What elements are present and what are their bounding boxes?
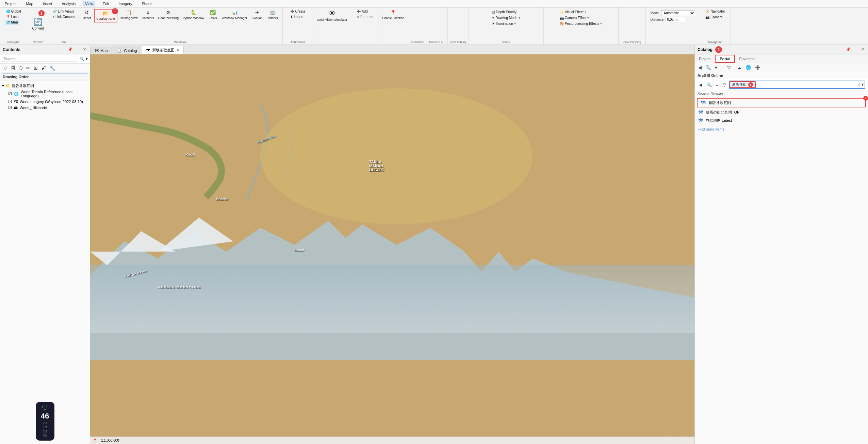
result-item-3[interactable]: 🗺 谷歌地图 Latest — [695, 116, 868, 124]
catalog-filter-icon[interactable]: ▽ — [726, 64, 732, 71]
ribbon-btn-camera[interactable]: 📷 Camera — [704, 15, 724, 20]
layer-filter-icon[interactable]: ▽ — [2, 65, 9, 71]
polygon-icon[interactable]: ⬡ — [17, 65, 24, 71]
ribbon-group-navigator: 🧭 Navigator 📷 Camera Navigation — [700, 7, 731, 45]
checkbox-1[interactable]: ☑ — [8, 91, 12, 96]
find-more-link[interactable]: Find more items... — [695, 124, 868, 134]
map-tab-xin[interactable]: 🗺 新版谷歌底图 ✕ — [142, 46, 184, 54]
result-item-2[interactable]: 🗺 映画の街北九州TOP — [695, 108, 868, 116]
catalog-tab-project[interactable]: Project — [695, 55, 715, 62]
close-contents-btn[interactable]: ✕ — [82, 47, 87, 52]
menu-project[interactable]: Project — [3, 1, 18, 6]
layer-item-1[interactable]: ☑ 🌐 World Terrain Reference (Local Langu… — [2, 89, 88, 99]
search-tag[interactable]: 新版谷歌 3 — [730, 81, 756, 88]
ribbon-btn-map[interactable]: 🗺️ Map — [5, 20, 19, 25]
ribbon-btn-catalog-view[interactable]: 📋 Catalog View — [118, 9, 140, 21]
menu-share[interactable]: Share — [140, 1, 154, 6]
layer-item-3[interactable]: ☑ 🏔 World_Hillshade — [2, 105, 88, 111]
map-tab-catalog[interactable]: 📋 Catalog — [113, 47, 141, 54]
pin-btn[interactable]: 📌 — [67, 47, 73, 52]
catalog-list-icon[interactable]: ≡ — [713, 64, 719, 71]
menu-analysis[interactable]: Analysis — [60, 1, 78, 6]
ribbon-btn-catalog-pane[interactable]: 📂 Catalog Pane 1 — [94, 9, 117, 22]
ribbon-btn-contents[interactable]: ≡ Contents — [140, 9, 156, 21]
catalog-back-btn[interactable]: ◀ — [697, 64, 703, 71]
grid-icon[interactable]: ⊞ — [32, 65, 39, 71]
catalog-tab-portal[interactable]: Portal — [715, 55, 735, 63]
search-back-btn[interactable]: ◀ — [698, 82, 704, 88]
ribbon-btn-drawing-mode[interactable]: ✏ Drawing Mode ▾ — [490, 15, 521, 20]
pencil-icon[interactable]: ✏ — [25, 65, 32, 71]
xin-tab-close[interactable]: ✕ — [177, 48, 179, 52]
ribbon-btn-link-views[interactable]: 🔗 Link Views — [51, 9, 76, 14]
checkbox-2[interactable]: ☑ — [8, 99, 12, 104]
map-tab-map[interactable]: 🗺 Map — [90, 47, 112, 54]
catalog-world-icon[interactable]: 🌐 — [744, 64, 752, 71]
catalog-tab-icon: 📋 — [117, 48, 122, 53]
layer-group-header[interactable]: ▾ 📁 新版谷歌底图 — [2, 83, 88, 89]
ribbon-btn-workflow[interactable]: 📊 Workflow Manager — [220, 9, 249, 21]
ribbon-btn-indoors[interactable]: 🏢 Indoors — [265, 9, 280, 21]
menu-btn[interactable]: ⋯ — [75, 47, 81, 52]
catalog-tabs: Project Portal Favorites — [695, 54, 868, 63]
checkbox-3[interactable]: ☑ — [8, 105, 12, 110]
database-icon[interactable]: 🗄 — [9, 65, 17, 71]
ribbon-btn-remove[interactable]: ✖ Remove — [355, 14, 374, 19]
ribbon-btn-illumination[interactable]: ☀ Illumination ▾ — [490, 21, 521, 26]
menu-insert[interactable]: Insert — [41, 1, 54, 6]
contents-search-input[interactable] — [2, 56, 78, 62]
ribbon-btn-color-vision[interactable]: 👁 Color Vision Simulator — [315, 9, 349, 23]
python-icon: 🐍 — [191, 10, 196, 16]
ribbon-btn-reset[interactable]: ↺ Reset — [80, 9, 93, 21]
map-canvas[interactable]: Kashī Shache TAKLAMAKANDESERT Hotan KUNL… — [90, 54, 694, 444]
mode-select[interactable]: Automatic — [661, 10, 695, 16]
search-filter-btn[interactable]: ▽ — [721, 82, 727, 88]
menu-view[interactable]: View — [83, 1, 95, 6]
menu-map[interactable]: Map — [24, 1, 35, 6]
ribbon-btn-global[interactable]: 🌐 Global — [5, 9, 22, 14]
ribbon-btn-create[interactable]: ➕ Create — [289, 9, 307, 14]
postprocessing-icon: 🎨 — [560, 22, 564, 25]
ribbon-btn-enable-location[interactable]: 📍 Enable Location — [380, 9, 406, 21]
catalog-search-input[interactable] — [756, 83, 857, 87]
distance-input[interactable] — [666, 17, 686, 22]
menu-edit[interactable]: Edit — [101, 1, 111, 6]
catalog-sort-icon[interactable]: = — [720, 64, 725, 71]
layer-name-3: World_Hillshade — [20, 106, 47, 110]
menu-imagery[interactable]: Imagery — [117, 1, 134, 6]
ribbon-btn-link-cursors[interactable]: ↕ Link Cursors — [51, 14, 76, 19]
map-area[interactable]: 🗺 Map 📋 Catalog 🗺 新版谷歌底图 ✕ — [90, 45, 694, 444]
ribbon-btn-convert[interactable]: 🔄 Convert — [30, 17, 46, 32]
layer-item-2[interactable]: ☑ 🗺 World Imagery (Wayback 2022-08-10) — [2, 99, 88, 105]
ribbon-btn-camera-effect[interactable]: 📷 Camera Effect ▾ — [558, 15, 604, 20]
ribbon-btn-visual-effect[interactable]: ✨ Visual Effect ▾ — [558, 10, 604, 15]
ribbon-btn-local[interactable]: 📍 Local — [5, 14, 21, 19]
search-list-btn[interactable]: ≡ — [715, 82, 720, 88]
ribbon-btn-depth-priority[interactable]: ▤ Depth Priority — [490, 10, 521, 15]
search-dropdown-btn[interactable]: ▼ — [861, 82, 865, 87]
catalog-close-btn[interactable]: ✕ — [860, 47, 865, 52]
catalog-cloud-icon[interactable]: ☁ — [736, 64, 743, 71]
ribbon-btn-import[interactable]: ⬇ Import — [289, 14, 305, 19]
search-results-list: 🗺 新版谷歌底图 4 🗺 映画の街北九州TOP 🗺 谷歌地图 Latest — [695, 97, 868, 124]
search-magnify-btn[interactable]: 🔍 — [705, 82, 713, 88]
catalog-plus-icon[interactable]: ➕ — [754, 64, 762, 71]
brush-icon[interactable]: 🖌 — [40, 65, 47, 71]
ribbon-btn-aviation[interactable]: ✈ Aviation — [250, 9, 265, 21]
ribbon-btn-navigator[interactable]: 🧭 Navigator — [704, 9, 726, 14]
catalog-menu-icon[interactable]: ⋯ — [853, 47, 859, 52]
catalog-tab-favorites[interactable]: Favorites — [735, 55, 759, 62]
catalog-pin-btn[interactable]: 📌 — [845, 47, 852, 52]
tools-icon[interactable]: 🔧 — [48, 65, 56, 71]
search-dropdown-icon[interactable]: ▾ — [86, 57, 88, 61]
result-name-2: 映画の街北九州TOP — [706, 110, 739, 115]
ribbon-btn-python-window[interactable]: 🐍 Python Window — [181, 9, 206, 21]
ribbon-btn-tasks[interactable]: ✅ Tasks — [207, 9, 219, 21]
ribbon-btn-add[interactable]: ➕ Add — [355, 9, 369, 14]
ribbon-btn-postprocessing[interactable]: 🎨 Postprocessing Effects ▾ — [558, 21, 604, 26]
catalog-search-icon[interactable]: 🔍 — [704, 64, 712, 71]
result-item-1[interactable]: 🗺 新版谷歌底图 4 — [697, 98, 866, 107]
search-clear-btn[interactable]: ✕ — [857, 82, 861, 87]
tasks-icon: ✅ — [210, 10, 216, 16]
ribbon-btn-geoprocessing[interactable]: ⚙ Geoprocessing — [157, 9, 181, 21]
